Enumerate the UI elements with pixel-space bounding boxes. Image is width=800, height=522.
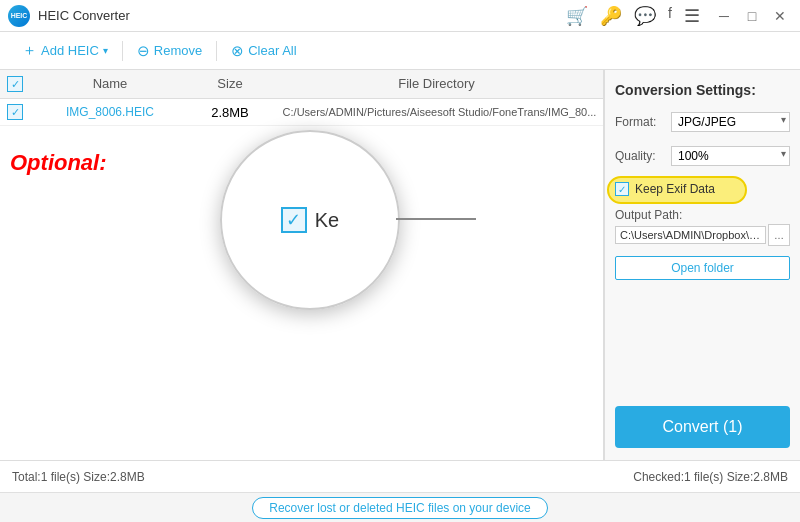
app-logo: HEIC: [8, 5, 30, 27]
row-check[interactable]: ✓: [0, 104, 30, 120]
output-path-label: Output Path:: [615, 208, 790, 222]
header-check[interactable]: ✓: [0, 76, 30, 92]
checked-status: Checked:1 file(s) Size:2.8MB: [633, 470, 788, 484]
clear-icon: ⊗: [231, 42, 244, 60]
format-row: Format: JPG/JPEG PNG GIF BMP: [615, 112, 790, 132]
zoom-checkbox[interactable]: ✓: [281, 207, 307, 233]
file-name: IMG_8006.HEIC: [30, 105, 190, 119]
toolbar-divider-1: [122, 41, 123, 61]
quality-row: Quality: 100% 90% 80% 70%: [615, 146, 790, 166]
optional-label: Optional:: [10, 150, 107, 176]
clear-all-button[interactable]: ⊗ Clear All: [221, 38, 306, 64]
format-select-wrapper[interactable]: JPG/JPEG PNG GIF BMP: [671, 112, 790, 132]
quality-label: Quality:: [615, 149, 665, 163]
main-content: ✓ Name Size File Directory ✓ IMG_8006.HE…: [0, 70, 800, 460]
window-controls: ─ □ ✕: [712, 4, 792, 28]
output-path-value[interactable]: C:\Users\ADMIN\Dropbox\PC: [615, 226, 766, 244]
keep-exif-row[interactable]: ✓ Keep Exif Data: [615, 180, 790, 198]
key-icon[interactable]: 🔑: [600, 5, 622, 27]
exif-checkbox[interactable]: ✓: [615, 182, 629, 196]
recovery-link-button[interactable]: Recover lost or deleted HEIC files on yo…: [252, 497, 547, 519]
chat-icon[interactable]: 💬: [634, 5, 656, 27]
file-directory: C:/Users/ADMIN/Pictures/Aiseesoft Studio…: [270, 106, 603, 118]
title-bar-actions: 🛒 🔑 💬 f ☰: [566, 5, 700, 27]
file-size: 2.8MB: [190, 105, 270, 120]
browse-button[interactable]: …: [768, 224, 790, 246]
title-bar: HEIC HEIC Converter 🛒 🔑 💬 f ☰ ─ □ ✕: [0, 0, 800, 32]
format-select[interactable]: JPG/JPEG PNG GIF BMP: [671, 112, 790, 132]
file-list-area: ✓ Name Size File Directory ✓ IMG_8006.HE…: [0, 70, 604, 460]
zoom-text: Ke: [315, 209, 339, 232]
output-path-section: Output Path: C:\Users\ADMIN\Dropbox\PC …: [615, 208, 790, 246]
row-checkbox[interactable]: ✓: [7, 104, 23, 120]
maximize-button[interactable]: □: [740, 4, 764, 28]
add-icon: ＋: [22, 41, 37, 60]
open-folder-button[interactable]: Open folder: [615, 256, 790, 280]
cart-icon[interactable]: 🛒: [566, 5, 588, 27]
zoom-content: ✓ Ke: [281, 207, 339, 233]
output-path-row: C:\Users\ADMIN\Dropbox\PC …: [615, 224, 790, 246]
facebook-icon[interactable]: f: [668, 5, 672, 27]
connector-line: [396, 218, 476, 220]
format-label: Format:: [615, 115, 665, 129]
quality-select-wrapper[interactable]: 100% 90% 80% 70%: [671, 146, 790, 166]
conversion-settings-panel: Conversion Settings: Format: JPG/JPEG PN…: [604, 70, 800, 460]
toolbar-divider-2: [216, 41, 217, 61]
keep-exif-label: Keep Exif Data: [635, 182, 715, 196]
remove-button[interactable]: ⊖ Remove: [127, 38, 212, 64]
menu-icon[interactable]: ☰: [684, 5, 700, 27]
header-size: Size: [190, 76, 270, 92]
quality-select[interactable]: 100% 90% 80% 70%: [671, 146, 790, 166]
header-name: Name: [30, 76, 190, 92]
dropdown-arrow: ▾: [103, 45, 108, 56]
app-title: HEIC Converter: [38, 8, 566, 23]
zoom-overlay: ✓ Ke: [220, 130, 400, 310]
recovery-bar: Recover lost or deleted HEIC files on yo…: [0, 492, 800, 522]
table-header: ✓ Name Size File Directory: [0, 70, 603, 99]
add-heic-button[interactable]: ＋ Add HEIC ▾: [12, 37, 118, 64]
convert-button[interactable]: Convert (1): [615, 406, 790, 448]
close-button[interactable]: ✕: [768, 4, 792, 28]
total-status: Total:1 file(s) Size:2.8MB: [12, 470, 145, 484]
table-row[interactable]: ✓ IMG_8006.HEIC 2.8MB C:/Users/ADMIN/Pic…: [0, 99, 603, 126]
toolbar: ＋ Add HEIC ▾ ⊖ Remove ⊗ Clear All: [0, 32, 800, 70]
spacer: [615, 290, 790, 396]
minimize-button[interactable]: ─: [712, 4, 736, 28]
select-all-checkbox[interactable]: ✓: [7, 76, 23, 92]
minus-icon: ⊖: [137, 42, 150, 60]
status-bar: Total:1 file(s) Size:2.8MB Checked:1 fil…: [0, 460, 800, 492]
panel-title: Conversion Settings:: [615, 82, 790, 98]
header-directory: File Directory: [270, 76, 603, 92]
